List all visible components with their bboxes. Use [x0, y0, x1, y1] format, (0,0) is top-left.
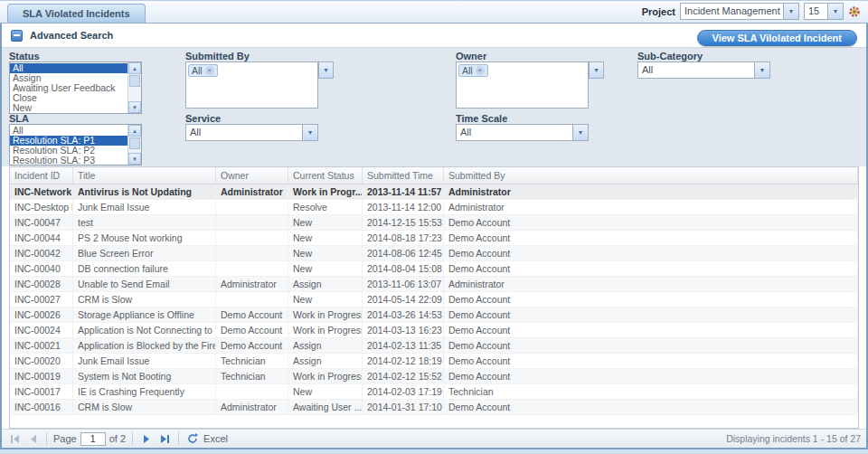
table-row[interactable]: INC-00021Application is Blocked by the F…	[10, 338, 858, 354]
project-select[interactable]: Incident Management ▾	[680, 3, 799, 20]
submitted-by-boxselect[interactable]: All × ▾	[185, 61, 318, 109]
refresh-icon[interactable]	[185, 431, 200, 446]
table-row[interactable]: INC-00026Storage Appliance is OfflineDem…	[10, 307, 858, 323]
service-select[interactable]: All ▾	[185, 124, 318, 141]
table-row[interactable]: INC-00047testNew2014-12-15 15:53Demo Acc…	[10, 215, 858, 231]
chevron-down-icon[interactable]: ▾	[572, 125, 588, 140]
cell-time: 2013-11-06 13:07	[363, 277, 444, 291]
scroll-up-icon[interactable]: ▲	[128, 62, 141, 74]
remove-tag-icon[interactable]: ×	[476, 66, 485, 75]
cell-owner: Administrator	[216, 184, 288, 199]
sub-category-select[interactable]: All ▾	[637, 61, 770, 79]
cell-id: INC-00024	[10, 323, 73, 337]
owner-boxselect[interactable]: All × ▾	[456, 61, 589, 109]
status-listbox[interactable]: AllAssignAwaiting User FeedbackCloseNew …	[9, 61, 142, 114]
chevron-down-icon[interactable]: ▾	[783, 4, 798, 19]
status-filter-label: Status	[9, 51, 40, 61]
cell-by: Demo Account	[444, 307, 858, 322]
sla-filter-label: SLA	[9, 113, 29, 124]
cell-status: Work in Progress	[288, 323, 363, 337]
page-size-select[interactable]: 15 ▾	[804, 3, 844, 20]
cell-by: Technician	[444, 384, 858, 399]
table-row[interactable]: INC-00042Blue Screen ErrorNew2014-08-06 …	[10, 246, 858, 261]
table-row[interactable]: INC-00024Application is Not Connecting t…	[10, 323, 858, 338]
cell-time: 2014-02-03 17:19	[363, 384, 444, 399]
cell-status: Work in Progress	[288, 307, 363, 322]
listbox-option[interactable]: Resolution SLA: P3	[10, 156, 127, 165]
table-body: INC-Network and ...Antivirus is Not Upda…	[10, 184, 858, 415]
cell-owner: Administrator	[216, 277, 288, 291]
cell-owner: Demo Account	[216, 323, 288, 337]
cell-owner	[216, 215, 288, 230]
cell-time: 2014-03-26 14:53	[363, 307, 444, 322]
top-right-controls: Project Incident Management ▾ 15 ▾	[642, 3, 861, 20]
table-row[interactable]: INC-00017IE is Crashing FrequentlyNew201…	[10, 384, 858, 400]
cell-title: PS 2 Mouse Not working	[73, 231, 216, 245]
cell-id: INC-00020	[10, 354, 73, 368]
scroll-up-icon[interactable]: ▲	[128, 125, 141, 137]
table-row[interactable]: INC-00016CRM is SlowAdministratorAwaitin…	[10, 400, 858, 415]
time-scale-select[interactable]: All ▾	[456, 124, 589, 141]
toolbar-separator	[178, 432, 179, 445]
chevron-down-icon[interactable]: ▾	[318, 61, 334, 79]
scroll-down-icon[interactable]: ▼	[128, 153, 141, 165]
sla-listbox[interactable]: AllResolution SLA: P1Resolution SLA: P2R…	[9, 124, 142, 166]
cell-status: New	[288, 231, 363, 245]
column-header[interactable]: Current Status	[288, 167, 363, 184]
cell-owner	[216, 384, 288, 399]
scrollbar-thumb[interactable]	[129, 75, 140, 87]
page-number-input[interactable]	[80, 432, 106, 446]
view-sla-violated-incident-button[interactable]: View SLA Vilolated Incident	[697, 30, 857, 46]
cell-title: Junk Email Issue	[73, 200, 216, 214]
table-row[interactable]: INC-Desktop Manag...Junk Email IssueReso…	[10, 200, 858, 215]
column-header[interactable]: Submitted Time	[363, 167, 444, 184]
project-label: Project	[642, 6, 675, 17]
table-row[interactable]: INC-00040DB connection failureNew2014-08…	[10, 261, 858, 277]
table-row[interactable]: INC-00020Junk Email IssueTechnicianAssig…	[10, 354, 858, 369]
listbox-scrollbar[interactable]: ▲ ▼	[127, 62, 141, 113]
table-row[interactable]: INC-00027CRM is SlowNew2014-05-14 22:09D…	[10, 292, 858, 307]
column-header[interactable]: Title	[73, 167, 216, 184]
chevron-down-icon[interactable]: ▾	[754, 62, 769, 78]
previous-page-icon[interactable]	[25, 431, 40, 446]
scrollbar-thumb[interactable]	[129, 137, 140, 149]
chevron-down-icon[interactable]: ▾	[827, 4, 843, 19]
cell-status: New	[288, 384, 363, 399]
cell-by: Demo Account	[444, 400, 858, 414]
cell-id: INC-00019	[10, 369, 73, 383]
listbox-option[interactable]: New	[10, 103, 127, 113]
cell-by: Demo Account	[444, 338, 858, 353]
last-page-icon[interactable]	[157, 431, 172, 446]
scroll-down-icon[interactable]: ▼	[128, 101, 141, 113]
table-row[interactable]: INC-00028Unable to Send EmailAdministrat…	[10, 277, 858, 292]
listbox-scrollbar[interactable]: ▲ ▼	[127, 125, 141, 165]
cell-id: INC-00016	[10, 400, 73, 414]
next-page-icon[interactable]	[139, 431, 154, 446]
cell-owner	[216, 246, 288, 260]
cell-time: 2014-08-06 12:45	[363, 246, 444, 260]
cell-owner: Demo Account	[216, 307, 288, 322]
table-row[interactable]: INC-Network and ...Antivirus is Not Upda…	[10, 184, 858, 200]
chevron-down-icon[interactable]: ▾	[589, 61, 604, 79]
excel-export-button[interactable]: Excel	[203, 433, 228, 444]
column-header[interactable]: Submitted By	[444, 167, 858, 184]
paging-status-text: Displaying incidents 1 - 15 of 27	[726, 433, 861, 444]
tab-sla-violated-incidents[interactable]: SLA Violated Incidents	[7, 4, 146, 23]
remove-tag-icon[interactable]: ×	[205, 66, 214, 75]
cell-status: New	[288, 246, 363, 260]
settings-gear-icon[interactable]	[848, 5, 861, 18]
first-page-icon[interactable]	[7, 431, 22, 446]
collapse-minus-icon[interactable]	[11, 30, 23, 42]
column-header[interactable]: Incident ID	[10, 167, 73, 184]
table-row[interactable]: INC-00019System is Not BootingTechnician…	[10, 369, 858, 384]
cell-time: 2013-11-14 11:57	[363, 184, 444, 199]
column-header[interactable]: Owner	[216, 167, 288, 184]
chevron-down-icon[interactable]: ▾	[302, 125, 317, 140]
cell-status: Assign	[288, 277, 363, 291]
cell-owner	[216, 292, 288, 307]
cell-by: Administrator	[444, 277, 858, 291]
table-row[interactable]: INC-00044PS 2 Mouse Not workingNew2014-0…	[10, 231, 858, 246]
cell-by: Demo Account	[444, 323, 858, 337]
cell-by: Demo Account	[444, 231, 858, 245]
cell-by: Demo Account	[444, 215, 858, 230]
